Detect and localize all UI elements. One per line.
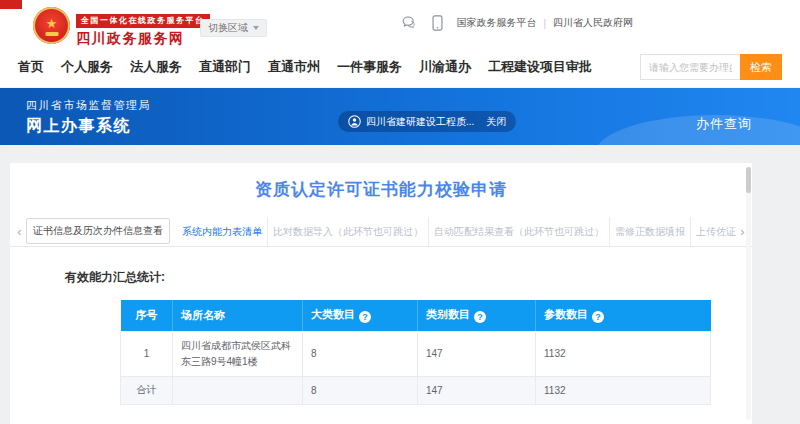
nav-item-7[interactable]: 川渝通办 (419, 58, 471, 76)
emblem-gate-icon (45, 32, 58, 36)
table-total-row: 合计81471132 (121, 376, 711, 404)
nav-item-2[interactable]: 个人服务 (61, 58, 113, 76)
table-cell: 1132 (536, 331, 711, 376)
system-banner: 四川省市场监督管理局 网上办事系统 四川省建研建设工程质... 关闭 办件查询 (0, 88, 800, 145)
step-tabs-bar: ‹ 证书信息及历次办件信息查看系统内能力表清单比对数据导入（此环节也可跳过）自动… (10, 216, 752, 247)
table-cell: 合计 (121, 376, 173, 404)
column-header: 序号 (121, 300, 173, 331)
table-cell: 1 (121, 331, 173, 376)
nav-item-8[interactable]: 工程建设项目审批 (488, 58, 592, 76)
table-body: 1四川省成都市武侯区武科东三路9号4幢1楼81471132合计81471132 (121, 331, 711, 404)
link-separator: | (543, 18, 546, 29)
close-session-button[interactable]: 关闭 (486, 115, 506, 129)
screen: ★ 全国一体化在线政务服务平台 四川政务服务网 切换区域 国家政务服务平台 | … (0, 0, 800, 424)
search-box: 检索 (640, 54, 782, 80)
help-icon[interactable]: ? (359, 311, 371, 323)
corner-flag-decoration (0, 0, 22, 9)
system-name: 网上办事系统 (26, 116, 151, 137)
content-card: 资质认定许可证书能力校验申请 ‹ 证书信息及历次办件信息查看系统内能力表清单比对… (10, 163, 752, 424)
user-name: 四川省建研建设工程质... (366, 115, 474, 129)
nav-item-1[interactable]: 首页 (18, 58, 44, 76)
user-badge[interactable]: 四川省建研建设工程质... 关闭 (338, 111, 516, 132)
header-right-links: 国家政务服务平台 | 四川省人民政府网 (402, 15, 633, 31)
nav-item-3[interactable]: 法人服务 (130, 58, 182, 76)
page-title: 资质认定许可证书能力校验申请 (10, 163, 752, 201)
system-identity: 四川省市场监督管理局 网上办事系统 (26, 98, 151, 137)
section-title: 有效能力汇总统计: (65, 269, 165, 286)
brand-block: 全国一体化在线政务服务平台 四川政务服务网 (76, 9, 210, 48)
search-button[interactable]: 检索 (740, 54, 782, 80)
link-province-portal[interactable]: 四川省人民政府网 (553, 16, 633, 30)
scrollbar-thumb[interactable] (746, 167, 751, 193)
table-cell: 8 (303, 376, 418, 404)
mobile-app-icon[interactable] (432, 15, 443, 31)
platform-banner: 全国一体化在线政务服务平台 (76, 14, 210, 28)
tab-1[interactable]: 证书信息及历次办件信息查看 (26, 218, 170, 244)
site-name: 四川政务服务网 (76, 30, 210, 48)
table-cell: 四川省成都市武侯区武科东三路9号4幢1楼 (173, 331, 303, 376)
tab-5[interactable]: 需修正数据填报 (609, 217, 690, 246)
tab-3[interactable]: 比对数据导入（此环节也可跳过） (267, 217, 428, 246)
column-header: 类别数目? (418, 300, 536, 331)
card-scrollbar[interactable] (746, 167, 751, 420)
region-switch-label: 切换区域 (208, 21, 248, 35)
national-emblem-logo: ★ (33, 7, 70, 44)
tabs-scroll-left-button[interactable]: ‹ (13, 224, 26, 239)
user-icon (348, 115, 361, 128)
tab-2[interactable]: 系统内能力表清单 (177, 217, 267, 246)
site-header: ★ 全国一体化在线政务服务平台 四川政务服务网 切换区域 国家政务服务平台 | … (0, 0, 800, 47)
table-cell (173, 376, 303, 404)
main-nav-bar: 首页个人服务法人服务直通部门直通市州一件事服务川渝通办工程建设项目审批 检索 (0, 47, 800, 88)
capability-summary-table: 序号场所名称大类数目?类别数目?参数数目? 1四川省成都市武侯区武科东三路9号4… (120, 300, 711, 405)
nav-item-5[interactable]: 直通市州 (268, 58, 320, 76)
application-query-link[interactable]: 办件查询 (696, 115, 752, 133)
table-header-row: 序号场所名称大类数目?类别数目?参数数目? (121, 300, 711, 331)
portal-links: 国家政务服务平台 | 四川省人民政府网 (456, 16, 633, 30)
table-cell: 147 (418, 331, 536, 376)
column-header: 场所名称 (173, 300, 303, 331)
nav-item-4[interactable]: 直通部门 (199, 58, 251, 76)
search-input[interactable] (640, 54, 740, 80)
region-switch-button[interactable]: 切换区域 (200, 19, 267, 37)
help-icon[interactable]: ? (592, 311, 604, 323)
table-cell: 147 (418, 376, 536, 404)
table-cell: 8 (303, 331, 418, 376)
emblem-star-icon: ★ (46, 17, 58, 30)
help-icon[interactable]: ? (474, 311, 486, 323)
tab-4[interactable]: 自动匹配结果查看（此环节也可跳过） (428, 217, 609, 246)
nav-item-6[interactable]: 一件事服务 (337, 58, 402, 76)
main-nav: 首页个人服务法人服务直通部门直通市州一件事服务川渝通办工程建设项目审批 (18, 58, 592, 76)
link-national-portal[interactable]: 国家政务服务平台 (456, 16, 536, 30)
chevron-down-icon (253, 26, 259, 30)
tab-6[interactable]: 上传佐证 (690, 217, 736, 246)
org-name: 四川省市场监督管理局 (26, 98, 151, 113)
table-cell: 1132 (536, 376, 711, 404)
column-header: 大类数目? (303, 300, 418, 331)
tab-strip: 证书信息及历次办件信息查看系统内能力表清单比对数据导入（此环节也可跳过）自动匹配… (26, 216, 736, 246)
column-header: 参数数目? (536, 300, 711, 331)
table-row: 1四川省成都市武侯区武科东三路9号4幢1楼81471132 (121, 331, 711, 376)
wechat-icon[interactable] (402, 16, 419, 31)
